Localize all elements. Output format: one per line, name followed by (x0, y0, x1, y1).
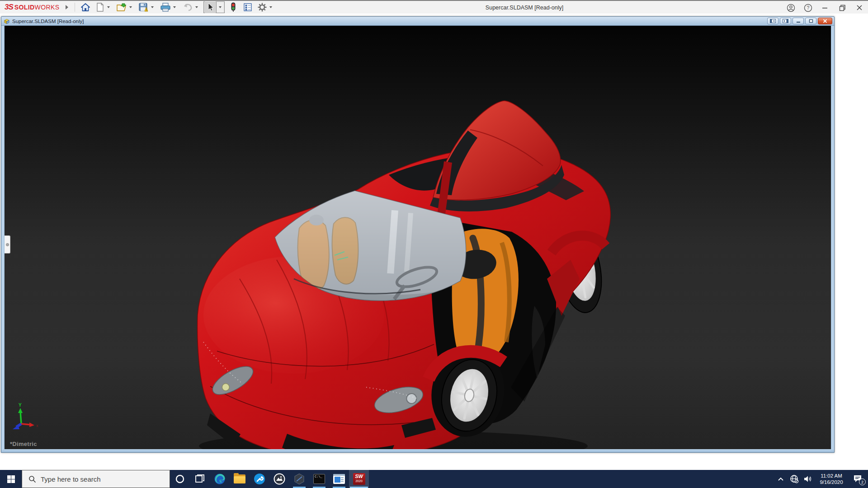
photos-icon (274, 473, 285, 485)
file-explorer-icon (234, 474, 245, 483)
left-pane-icon (770, 19, 776, 23)
undo-button[interactable] (181, 1, 194, 13)
notification-badge: 2 (859, 479, 866, 485)
save-dropdown[interactable] (151, 6, 154, 8)
window-app-icon (333, 474, 345, 484)
taskbar-item-file-explorer[interactable] (230, 470, 250, 488)
collapsed-panel-tab[interactable] (5, 235, 10, 253)
options-button[interactable] (256, 1, 268, 13)
command-prompt-icon: C:\_ (313, 474, 325, 484)
form-editor-button[interactable] (242, 1, 254, 13)
solidworks-logo-solid: SOLID (14, 4, 35, 11)
document-window-bottom-border (1, 449, 834, 452)
print-button[interactable] (159, 1, 172, 13)
minimize-icon (822, 5, 828, 11)
search-input[interactable] (41, 475, 158, 483)
print-icon (160, 2, 171, 12)
show-right-pane-button[interactable] (780, 18, 791, 24)
select-tool-dropdown[interactable] (216, 2, 224, 13)
form-editor-icon (243, 2, 253, 12)
window-title: Supercar.SLDASM [Read-only] (486, 1, 563, 14)
open-button[interactable] (115, 1, 128, 13)
windows-taskbar: C:\_ SW 2020 (0, 470, 868, 488)
solidworks-logo-works: WORKS (35, 4, 60, 11)
help-icon: ? (804, 4, 812, 12)
home-button[interactable] (80, 1, 91, 13)
solidworks-2020-icon: SW 2020 (353, 473, 365, 485)
search-icon (28, 475, 36, 483)
account-button[interactable] (782, 1, 799, 14)
main-titlebar: 3S SOLID WORKS (0, 0, 868, 14)
taskbar-search[interactable] (22, 470, 170, 488)
select-cursor-icon (206, 2, 215, 12)
doc-minimize-icon (796, 19, 801, 23)
doc-restore-button[interactable] (805, 18, 816, 24)
hexagon-app-icon (293, 473, 305, 485)
solidworks-app-window: 3S SOLID WORKS (0, 0, 868, 488)
home-icon (80, 2, 90, 12)
solidworks-logo-mark: 3S (5, 3, 13, 12)
new-document-icon (95, 2, 104, 12)
display-states-button[interactable] (227, 1, 239, 13)
account-icon (787, 4, 795, 12)
taskbar-item-window-app[interactable] (329, 470, 349, 488)
clock-date: 9/16/2020 (820, 479, 843, 485)
doc-close-icon (823, 19, 827, 23)
menu-flyout-arrow-icon[interactable] (66, 5, 68, 9)
panel-tab-dot-icon (6, 243, 9, 246)
taskbar-item-hexagon-app[interactable] (289, 470, 309, 488)
print-dropdown[interactable] (173, 6, 176, 8)
show-left-pane-button[interactable] (767, 18, 778, 24)
open-dropdown[interactable] (129, 6, 132, 8)
restore-button[interactable] (834, 1, 851, 14)
triad-x-label: x (36, 423, 38, 428)
taskbar-item-photos[interactable] (269, 470, 289, 488)
taskbar-item-support-tool[interactable] (250, 470, 269, 488)
svg-text:?: ? (807, 5, 809, 10)
close-icon (856, 5, 863, 11)
svg-text:!: ! (146, 8, 147, 11)
windows-logo-icon (7, 475, 15, 483)
doc-minimize-button[interactable] (793, 18, 804, 24)
new-document-button[interactable] (94, 1, 106, 13)
tray-chevron-button[interactable] (774, 470, 788, 488)
task-view-button[interactable] (190, 470, 210, 488)
tray-volume-button[interactable] (801, 470, 815, 488)
document-title: Supercar.SLDASM [Read-only] (12, 19, 84, 24)
taskbar-item-solidworks[interactable]: SW 2020 (349, 470, 369, 488)
quick-access-toolbar: ! (80, 0, 278, 14)
undo-icon (182, 2, 193, 12)
select-tool-group (203, 1, 225, 13)
action-center-button[interactable]: 2 (848, 470, 868, 488)
save-button[interactable]: ! (137, 1, 150, 13)
undo-dropdown[interactable] (195, 6, 198, 8)
globe-no-network-icon (790, 474, 799, 483)
taskbar-item-edge[interactable] (210, 470, 230, 488)
window-controls: ? (782, 1, 868, 14)
new-document-dropdown[interactable] (107, 6, 110, 8)
speaker-icon (803, 475, 812, 483)
options-dropdown[interactable] (269, 6, 272, 8)
document-window: Supercar.SLDASM [Read-only] (1, 16, 835, 453)
taskbar-clock[interactable]: 11:02 AM 9/16/2020 (815, 470, 848, 488)
start-button[interactable] (0, 470, 22, 488)
select-tool-button[interactable] (204, 1, 216, 13)
system-tray: 11:02 AM 9/16/2020 2 (774, 470, 868, 488)
graphics-viewport[interactable]: Y x *Dimetric (4, 26, 831, 449)
assembly-icon (4, 18, 10, 24)
tray-network-button[interactable] (788, 470, 801, 488)
document-titlebar[interactable]: Supercar.SLDASM [Read-only] (1, 17, 834, 26)
close-button[interactable] (851, 1, 868, 14)
cortana-button[interactable] (170, 470, 190, 488)
triad-y-label: Y (19, 403, 22, 408)
traffic-light-icon (230, 2, 236, 13)
doc-close-button[interactable] (818, 18, 832, 24)
doc-restore-icon (809, 19, 813, 23)
help-button[interactable]: ? (799, 1, 816, 14)
cortana-icon (175, 474, 185, 484)
open-folder-icon (116, 2, 127, 12)
chevron-up-icon (778, 477, 784, 481)
minimize-button[interactable] (816, 1, 834, 14)
solidworks-logo[interactable]: 3S SOLID WORKS (5, 3, 59, 12)
taskbar-item-command-prompt[interactable]: C:\_ (309, 470, 329, 488)
